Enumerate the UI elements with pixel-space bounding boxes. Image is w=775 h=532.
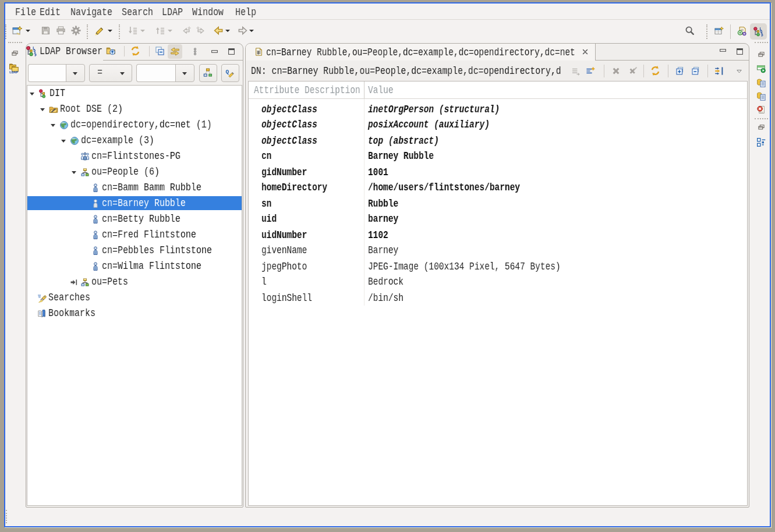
svg-text:Q: Q — [225, 69, 229, 75]
svg-text:P: P — [762, 34, 763, 37]
svg-text:P: P — [34, 54, 37, 56]
svg-text:LDAP: LDAP — [9, 70, 18, 74]
